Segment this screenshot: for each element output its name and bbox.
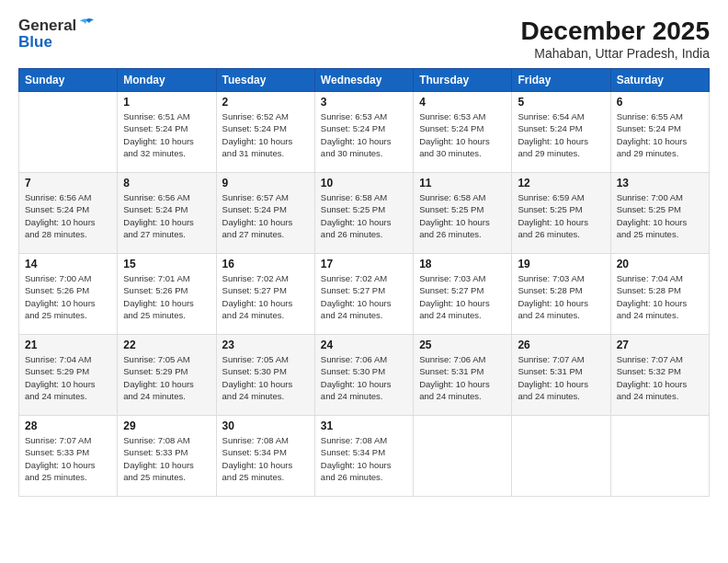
- cell-info: Sunrise: 7:05 AM Sunset: 5:30 PM Dayligh…: [222, 353, 309, 402]
- day-number: 17: [321, 258, 407, 270]
- week-row-2: 7Sunrise: 6:56 AM Sunset: 5:24 PM Daylig…: [19, 173, 710, 254]
- day-header-thursday: Thursday: [414, 69, 512, 92]
- day-number: 19: [518, 258, 604, 270]
- calendar-cell: 10Sunrise: 6:58 AM Sunset: 5:25 PM Dayli…: [314, 173, 413, 254]
- calendar-cell: 25Sunrise: 7:06 AM Sunset: 5:31 PM Dayli…: [414, 335, 512, 416]
- cell-info: Sunrise: 6:56 AM Sunset: 5:24 PM Dayligh…: [123, 191, 210, 240]
- day-number: 6: [617, 96, 703, 109]
- cell-info: Sunrise: 6:56 AM Sunset: 5:24 PM Dayligh…: [25, 191, 111, 240]
- day-number: 11: [419, 177, 506, 190]
- calendar-cell: 22Sunrise: 7:05 AM Sunset: 5:29 PM Dayli…: [118, 335, 216, 416]
- calendar-cell: 2Sunrise: 6:52 AM Sunset: 5:24 PM Daylig…: [216, 92, 314, 173]
- cell-info: Sunrise: 7:06 AM Sunset: 5:30 PM Dayligh…: [321, 353, 407, 402]
- logo-general: General: [18, 17, 76, 35]
- day-number: 24: [321, 339, 407, 351]
- calendar-cell: 4Sunrise: 6:53 AM Sunset: 5:24 PM Daylig…: [414, 92, 512, 173]
- cell-info: Sunrise: 7:07 AM Sunset: 5:33 PM Dayligh…: [25, 434, 111, 483]
- cell-info: Sunrise: 7:02 AM Sunset: 5:27 PM Dayligh…: [321, 272, 407, 321]
- calendar-cell: 6Sunrise: 6:55 AM Sunset: 5:24 PM Daylig…: [610, 92, 709, 173]
- calendar-cell: 26Sunrise: 7:07 AM Sunset: 5:31 PM Dayli…: [512, 335, 610, 416]
- cell-info: Sunrise: 6:58 AM Sunset: 5:25 PM Dayligh…: [321, 191, 407, 240]
- calendar-cell: 30Sunrise: 7:08 AM Sunset: 5:34 PM Dayli…: [216, 416, 314, 497]
- calendar-cell: [512, 416, 610, 497]
- calendar-cell: 23Sunrise: 7:05 AM Sunset: 5:30 PM Dayli…: [216, 335, 314, 416]
- day-header-tuesday: Tuesday: [216, 69, 314, 92]
- week-row-4: 21Sunrise: 7:04 AM Sunset: 5:29 PM Dayli…: [19, 335, 710, 416]
- logo: General Blue: [18, 17, 95, 52]
- day-header-saturday: Saturday: [610, 69, 709, 92]
- cell-info: Sunrise: 7:03 AM Sunset: 5:27 PM Dayligh…: [419, 272, 506, 321]
- day-number: 31: [321, 419, 407, 432]
- cell-info: Sunrise: 7:01 AM Sunset: 5:26 PM Dayligh…: [123, 272, 210, 321]
- logo-bird-icon: [78, 17, 95, 30]
- day-number: 7: [25, 177, 111, 190]
- title-block: December 2025 Mahaban, Uttar Pradesh, In…: [521, 17, 710, 61]
- day-number: 27: [617, 339, 703, 351]
- day-number: 25: [419, 339, 506, 351]
- day-number: 2: [222, 96, 309, 109]
- calendar-table: SundayMondayTuesdayWednesdayThursdayFrid…: [18, 68, 710, 497]
- day-number: 16: [222, 258, 309, 270]
- day-number: 10: [321, 177, 407, 190]
- cell-info: Sunrise: 6:57 AM Sunset: 5:24 PM Dayligh…: [222, 191, 309, 240]
- day-header-wednesday: Wednesday: [314, 69, 413, 92]
- calendar-cell: 27Sunrise: 7:07 AM Sunset: 5:32 PM Dayli…: [610, 335, 709, 416]
- calendar-cell: 7Sunrise: 6:56 AM Sunset: 5:24 PM Daylig…: [19, 173, 118, 254]
- calendar-cell: 11Sunrise: 6:58 AM Sunset: 5:25 PM Dayli…: [414, 173, 512, 254]
- cell-info: Sunrise: 7:08 AM Sunset: 5:34 PM Dayligh…: [222, 434, 309, 483]
- day-number: 1: [123, 96, 210, 109]
- header: General Blue December 2025 Mahaban, Utta…: [18, 17, 710, 61]
- cell-info: Sunrise: 7:07 AM Sunset: 5:32 PM Dayligh…: [617, 353, 703, 402]
- day-number: 23: [222, 339, 309, 351]
- calendar-cell: 14Sunrise: 7:00 AM Sunset: 5:26 PM Dayli…: [19, 254, 118, 335]
- day-header-monday: Monday: [118, 69, 216, 92]
- logo-blue: Blue: [18, 33, 52, 52]
- day-number: 9: [222, 177, 309, 190]
- calendar-cell: 17Sunrise: 7:02 AM Sunset: 5:27 PM Dayli…: [314, 254, 413, 335]
- cell-info: Sunrise: 6:52 AM Sunset: 5:24 PM Dayligh…: [222, 110, 309, 159]
- calendar-cell: 19Sunrise: 7:03 AM Sunset: 5:28 PM Dayli…: [512, 254, 610, 335]
- calendar-cell: 5Sunrise: 6:54 AM Sunset: 5:24 PM Daylig…: [512, 92, 610, 173]
- cell-info: Sunrise: 7:00 AM Sunset: 5:26 PM Dayligh…: [25, 272, 111, 321]
- calendar-header-row: SundayMondayTuesdayWednesdayThursdayFrid…: [19, 69, 710, 92]
- cell-info: Sunrise: 7:03 AM Sunset: 5:28 PM Dayligh…: [518, 272, 604, 321]
- cell-info: Sunrise: 7:06 AM Sunset: 5:31 PM Dayligh…: [419, 353, 506, 402]
- day-header-friday: Friday: [512, 69, 610, 92]
- calendar-cell: 16Sunrise: 7:02 AM Sunset: 5:27 PM Dayli…: [216, 254, 314, 335]
- day-number: 3: [321, 96, 407, 109]
- cell-info: Sunrise: 7:02 AM Sunset: 5:27 PM Dayligh…: [222, 272, 309, 321]
- calendar-cell: 15Sunrise: 7:01 AM Sunset: 5:26 PM Dayli…: [118, 254, 216, 335]
- cell-info: Sunrise: 7:05 AM Sunset: 5:29 PM Dayligh…: [123, 353, 210, 402]
- cell-info: Sunrise: 6:51 AM Sunset: 5:24 PM Dayligh…: [123, 110, 210, 159]
- cell-info: Sunrise: 6:59 AM Sunset: 5:25 PM Dayligh…: [518, 191, 604, 240]
- day-number: 28: [25, 419, 111, 432]
- cell-info: Sunrise: 6:55 AM Sunset: 5:24 PM Dayligh…: [617, 110, 703, 159]
- calendar-cell: 13Sunrise: 7:00 AM Sunset: 5:25 PM Dayli…: [610, 173, 709, 254]
- cell-info: Sunrise: 7:08 AM Sunset: 5:34 PM Dayligh…: [321, 434, 407, 483]
- cell-info: Sunrise: 6:53 AM Sunset: 5:24 PM Dayligh…: [321, 110, 407, 159]
- calendar-cell: 21Sunrise: 7:04 AM Sunset: 5:29 PM Dayli…: [19, 335, 118, 416]
- cell-info: Sunrise: 6:58 AM Sunset: 5:25 PM Dayligh…: [419, 191, 506, 240]
- calendar-cell: 12Sunrise: 6:59 AM Sunset: 5:25 PM Dayli…: [512, 173, 610, 254]
- week-row-3: 14Sunrise: 7:00 AM Sunset: 5:26 PM Dayli…: [19, 254, 710, 335]
- calendar-cell: [414, 416, 512, 497]
- day-number: 18: [419, 258, 506, 270]
- page: General Blue December 2025 Mahaban, Utta…: [0, 0, 728, 563]
- day-number: 30: [222, 419, 309, 432]
- cell-info: Sunrise: 7:08 AM Sunset: 5:33 PM Dayligh…: [123, 434, 210, 483]
- day-number: 14: [25, 258, 111, 270]
- calendar-cell: 9Sunrise: 6:57 AM Sunset: 5:24 PM Daylig…: [216, 173, 314, 254]
- calendar-cell: 18Sunrise: 7:03 AM Sunset: 5:27 PM Dayli…: [414, 254, 512, 335]
- cell-info: Sunrise: 7:07 AM Sunset: 5:31 PM Dayligh…: [518, 353, 604, 402]
- calendar-cell: 24Sunrise: 7:06 AM Sunset: 5:30 PM Dayli…: [314, 335, 413, 416]
- calendar-cell: [610, 416, 709, 497]
- cell-info: Sunrise: 7:04 AM Sunset: 5:28 PM Dayligh…: [617, 272, 703, 321]
- cell-info: Sunrise: 6:53 AM Sunset: 5:24 PM Dayligh…: [419, 110, 506, 159]
- week-row-1: 1Sunrise: 6:51 AM Sunset: 5:24 PM Daylig…: [19, 92, 710, 173]
- calendar-cell: 28Sunrise: 7:07 AM Sunset: 5:33 PM Dayli…: [19, 416, 118, 497]
- day-number: 29: [123, 419, 210, 432]
- sub-title: Mahaban, Uttar Pradesh, India: [521, 46, 710, 61]
- calendar-cell: 1Sunrise: 6:51 AM Sunset: 5:24 PM Daylig…: [118, 92, 216, 173]
- day-number: 5: [518, 96, 604, 109]
- week-row-5: 28Sunrise: 7:07 AM Sunset: 5:33 PM Dayli…: [19, 416, 710, 497]
